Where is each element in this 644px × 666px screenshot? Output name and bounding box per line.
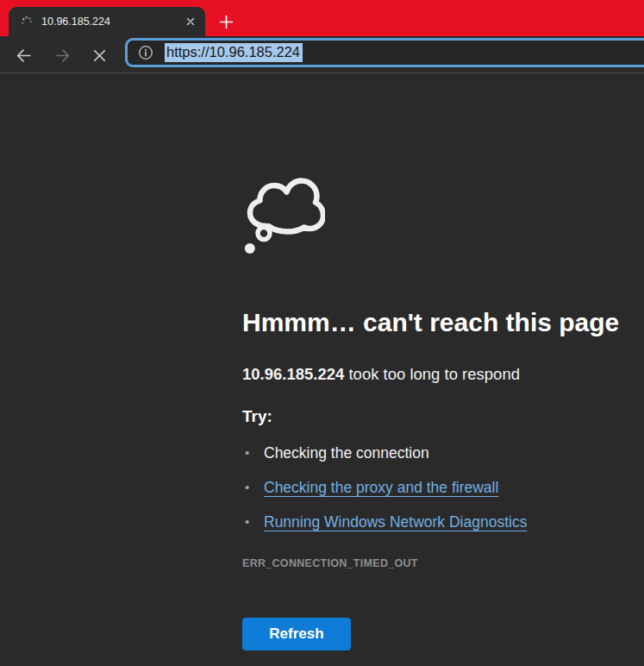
network-diagnostics-link[interactable]: Running Windows Network Diagnostics	[264, 513, 527, 531]
suggestion-item: Checking the connection	[242, 444, 627, 462]
address-input[interactable]: https://10.96.185.224	[165, 43, 303, 62]
try-label: Try:	[242, 406, 627, 426]
browser-tab[interactable]: 10.96.185.224	[9, 7, 205, 36]
loading-spinner-icon	[20, 15, 34, 28]
refresh-button[interactable]: Refresh	[242, 618, 351, 650]
tab-close-icon[interactable]	[183, 14, 198, 29]
forward-button[interactable]	[51, 44, 73, 66]
suggestion-list: Checking the connection Checking the pro…	[242, 444, 627, 531]
site-info-icon[interactable]	[138, 45, 153, 60]
error-host: 10.96.185.224	[242, 365, 344, 383]
new-tab-button[interactable]	[216, 12, 235, 31]
error-code: ERR_CONNECTION_TIMED_OUT	[242, 557, 627, 569]
suggestion-text: Checking the connection	[264, 444, 429, 462]
address-bar[interactable]: https://10.96.185.224	[125, 38, 644, 67]
suggestion-item: Checking the proxy and the firewall	[242, 479, 627, 496]
forward-arrow-icon	[53, 47, 72, 65]
back-button[interactable]	[12, 44, 34, 66]
error-subtitle: 10.96.185.224 took too long to respond	[242, 365, 627, 384]
error-page: Hmmm… can't reach this page 10.96.185.22…	[0, 73, 644, 665]
suggestion-item: Running Windows Network Diagnostics	[242, 513, 627, 531]
navigation-toolbar: https://10.96.185.224	[0, 36, 644, 73]
thought-bubble-icon	[242, 176, 325, 255]
plus-icon	[219, 15, 234, 29]
stop-x-icon	[91, 47, 108, 64]
proxy-firewall-link[interactable]: Checking the proxy and the firewall	[264, 479, 498, 496]
stop-button[interactable]	[88, 44, 110, 66]
error-subtitle-text: took too long to respond	[344, 365, 520, 383]
back-arrow-icon	[15, 47, 33, 65]
tab-strip: 10.96.185.224	[0, 0, 644, 36]
error-title: Hmmm… can't reach this page	[242, 307, 627, 338]
tab-title: 10.96.185.224	[41, 16, 183, 28]
